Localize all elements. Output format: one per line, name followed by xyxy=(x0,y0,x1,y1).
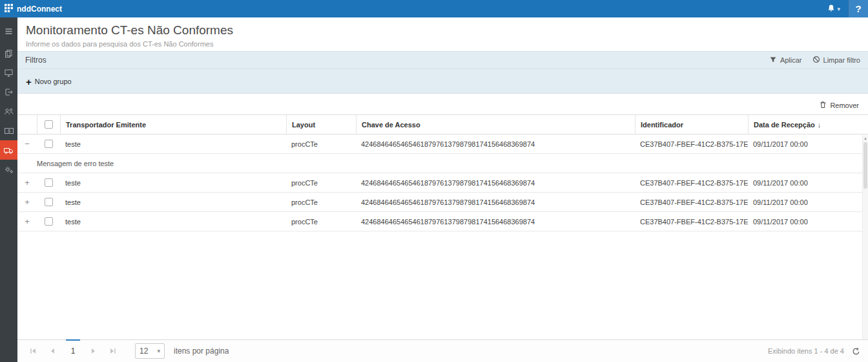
cell-transportador: teste xyxy=(60,179,286,187)
select-all-checkbox[interactable] xyxy=(45,120,53,129)
main-content: Monitoramento CT-es Não Conformes Inform… xyxy=(17,17,868,362)
app-window: nddConnect ▾ ? xyxy=(0,0,868,362)
filters-body: + Novo grupo xyxy=(17,69,868,94)
menu-icon xyxy=(4,27,14,36)
cell-identificador: CE37B407-FBEF-41C2-B375-17E71DFDC92F xyxy=(635,179,748,187)
cell-transportador: teste xyxy=(60,198,286,206)
apply-filter-button[interactable]: Aplicar xyxy=(769,56,802,65)
documents-icon xyxy=(4,48,14,58)
new-group-button[interactable]: + Novo grupo xyxy=(26,77,72,87)
first-page-button[interactable] xyxy=(25,343,41,359)
users-icon xyxy=(4,107,14,116)
expander-cell: + xyxy=(17,198,37,206)
cell-layout: procCTe xyxy=(286,179,356,187)
cell-layout: procCTe xyxy=(286,218,356,226)
filters-title: Filtros xyxy=(25,56,46,65)
cell-chave-de-acesso: 4246846465465461879761379879817415646836… xyxy=(356,218,635,226)
column-label: Data de Recepção xyxy=(754,121,815,129)
next-page-button[interactable] xyxy=(86,343,101,359)
scrollbar-thumb[interactable] xyxy=(863,142,867,189)
column-label: Layout xyxy=(292,121,315,129)
sidebar-item-settings[interactable] xyxy=(0,160,17,179)
plus-icon: + xyxy=(26,77,32,87)
row-expander-button[interactable]: + xyxy=(23,217,32,226)
last-page-button[interactable] xyxy=(105,343,121,359)
cell-identificador: CE37B407-FBEF-41C2-B375-17E71DFDC92F xyxy=(635,198,748,206)
column-label: Identificador xyxy=(641,121,683,129)
checkbox-cell xyxy=(37,140,60,148)
column-label: Chave de Acesso xyxy=(362,121,420,129)
apply-filter-label: Aplicar xyxy=(780,56,802,64)
cell-chave-de-acesso: 4246846465465461879761379879817415646836… xyxy=(356,140,635,148)
remove-button[interactable]: Remover xyxy=(820,101,859,109)
cell-data-recepcao: 09/11/2017 00:00 xyxy=(748,140,868,148)
row-expander-button[interactable]: − xyxy=(23,140,32,148)
cell-data-recepcao: 09/11/2017 00:00 xyxy=(748,198,868,206)
sidebar-item-users[interactable] xyxy=(0,101,17,121)
row-checkbox[interactable] xyxy=(45,217,53,226)
notifications-button[interactable]: ▾ xyxy=(820,4,848,14)
cell-transportador: teste xyxy=(60,140,286,148)
expander-cell: − xyxy=(17,140,37,148)
column-header-identificador[interactable]: Identificador xyxy=(635,115,748,134)
column-header-layout[interactable]: Layout xyxy=(286,115,356,134)
expander-cell: + xyxy=(17,217,37,226)
row-checkbox[interactable] xyxy=(45,178,53,187)
pagination-bar: 1 12 ▾ itens por página Exibindo itens 1… xyxy=(17,339,868,362)
remove-label: Remover xyxy=(830,101,859,109)
data-grid: Transportador Emitente Layout Chave de A… xyxy=(17,114,868,339)
sidebar-item-billing[interactable]: $ xyxy=(0,121,17,140)
funnel-icon xyxy=(769,56,777,65)
page-title: Monitoramento CT-es Não Conformes xyxy=(26,23,868,37)
sidebar-item-monitor[interactable] xyxy=(0,63,17,82)
cell-layout: procCTe xyxy=(286,140,356,148)
row-checkbox[interactable] xyxy=(45,140,53,148)
sidebar-item-transport[interactable] xyxy=(0,140,17,160)
chevron-down-icon: ▾ xyxy=(837,6,840,12)
column-header-chave[interactable]: Chave de Acesso xyxy=(356,115,635,134)
gears-icon xyxy=(4,165,14,175)
ndd-logo-icon xyxy=(5,4,13,14)
items-summary: Exibindo itens 1 - 4 de 4 xyxy=(768,347,844,355)
row-detail: Mensagem de erro teste xyxy=(17,154,868,173)
checkbox-cell xyxy=(37,217,60,226)
sidebar-item-export[interactable] xyxy=(0,82,17,101)
per-page-label: itens por página xyxy=(174,346,229,356)
help-button[interactable]: ? xyxy=(848,0,868,17)
cell-chave-de-acesso: 4246846465465461879761379879817415646836… xyxy=(356,179,635,187)
page-subtitle: Informe os dados para pesquisa dos CT-es… xyxy=(26,40,868,48)
page-size-value: 12 xyxy=(140,346,148,356)
cell-transportador: teste xyxy=(60,218,286,226)
clear-filter-button[interactable]: Limpar filtro xyxy=(812,56,860,65)
sidebar-item-menu[interactable] xyxy=(0,21,17,41)
scroll-up-icon[interactable]: ▲ xyxy=(863,135,868,142)
table-row: + teste procCTe 424684646546546187976137… xyxy=(17,212,868,231)
filters-header: Filtros Aplicar Limpar filtro xyxy=(17,52,868,69)
page-size-dropdown[interactable]: 12 ▾ xyxy=(135,343,165,359)
topbar: nddConnect ▾ ? xyxy=(0,0,868,17)
table-row: − teste procCTe 424684646546546187976137… xyxy=(17,134,868,154)
help-icon: ? xyxy=(855,3,861,14)
header-checkbox-cell xyxy=(37,115,60,134)
sidebar-item-documents[interactable] xyxy=(0,43,17,63)
cell-data-recepcao: 09/11/2017 00:00 xyxy=(748,218,868,226)
expander-cell: + xyxy=(17,178,37,187)
column-header-data-recepcao[interactable]: Data de Recepção ↓ xyxy=(748,115,868,134)
grid-toolbar: Remover xyxy=(17,94,868,114)
new-group-label: Novo grupo xyxy=(35,78,72,85)
grid-header-row: Transportador Emitente Layout Chave de A… xyxy=(17,114,868,134)
cancel-circle-icon xyxy=(812,56,820,65)
previous-page-button[interactable] xyxy=(45,343,60,359)
row-checkbox[interactable] xyxy=(45,198,53,206)
row-expander-button[interactable]: + xyxy=(23,178,32,187)
header-expander-cell xyxy=(17,115,37,134)
vertical-scrollbar[interactable]: ▲ xyxy=(862,135,868,339)
page-number-button[interactable]: 1 xyxy=(64,340,82,362)
column-label: Transportador Emitente xyxy=(66,121,146,129)
detail-text: Mensagem de erro teste xyxy=(37,160,114,167)
truck-icon xyxy=(3,145,14,155)
column-header-transportador[interactable]: Transportador Emitente xyxy=(60,115,286,134)
refresh-button[interactable] xyxy=(852,347,860,356)
row-expander-button[interactable]: + xyxy=(23,198,32,206)
bell-icon xyxy=(827,4,835,14)
